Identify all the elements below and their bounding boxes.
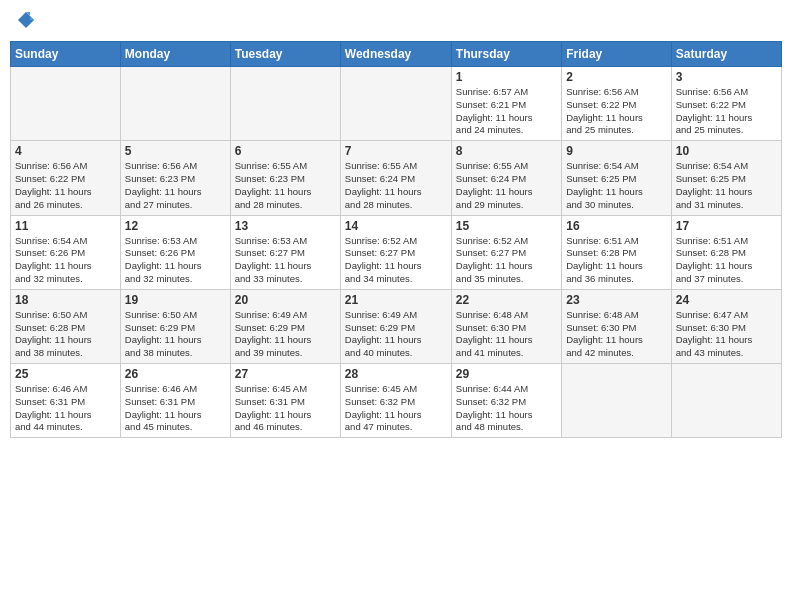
- day-info: Sunrise: 6:55 AM Sunset: 6:23 PM Dayligh…: [235, 160, 336, 211]
- calendar-cell: 16Sunrise: 6:51 AM Sunset: 6:28 PM Dayli…: [562, 215, 671, 289]
- day-number: 9: [566, 144, 666, 158]
- day-info: Sunrise: 6:45 AM Sunset: 6:32 PM Dayligh…: [345, 383, 447, 434]
- day-number: 13: [235, 219, 336, 233]
- calendar-cell: 1Sunrise: 6:57 AM Sunset: 6:21 PM Daylig…: [451, 67, 561, 141]
- day-number: 14: [345, 219, 447, 233]
- weekday-header-tuesday: Tuesday: [230, 42, 340, 67]
- calendar-table: SundayMondayTuesdayWednesdayThursdayFrid…: [10, 41, 782, 438]
- calendar-cell: 20Sunrise: 6:49 AM Sunset: 6:29 PM Dayli…: [230, 289, 340, 363]
- day-info: Sunrise: 6:55 AM Sunset: 6:24 PM Dayligh…: [456, 160, 557, 211]
- calendar-cell: 3Sunrise: 6:56 AM Sunset: 6:22 PM Daylig…: [671, 67, 781, 141]
- day-number: 2: [566, 70, 666, 84]
- calendar-cell: 22Sunrise: 6:48 AM Sunset: 6:30 PM Dayli…: [451, 289, 561, 363]
- calendar-cell: 10Sunrise: 6:54 AM Sunset: 6:25 PM Dayli…: [671, 141, 781, 215]
- weekday-header-saturday: Saturday: [671, 42, 781, 67]
- calendar-header-row: SundayMondayTuesdayWednesdayThursdayFrid…: [11, 42, 782, 67]
- day-number: 8: [456, 144, 557, 158]
- day-info: Sunrise: 6:54 AM Sunset: 6:26 PM Dayligh…: [15, 235, 116, 286]
- day-info: Sunrise: 6:54 AM Sunset: 6:25 PM Dayligh…: [676, 160, 777, 211]
- calendar-cell: 9Sunrise: 6:54 AM Sunset: 6:25 PM Daylig…: [562, 141, 671, 215]
- calendar-cell: [11, 67, 121, 141]
- calendar-cell: 7Sunrise: 6:55 AM Sunset: 6:24 PM Daylig…: [340, 141, 451, 215]
- calendar-cell: 26Sunrise: 6:46 AM Sunset: 6:31 PM Dayli…: [120, 364, 230, 438]
- day-info: Sunrise: 6:55 AM Sunset: 6:24 PM Dayligh…: [345, 160, 447, 211]
- day-info: Sunrise: 6:49 AM Sunset: 6:29 PM Dayligh…: [345, 309, 447, 360]
- day-number: 15: [456, 219, 557, 233]
- calendar-cell: 12Sunrise: 6:53 AM Sunset: 6:26 PM Dayli…: [120, 215, 230, 289]
- calendar-cell: 14Sunrise: 6:52 AM Sunset: 6:27 PM Dayli…: [340, 215, 451, 289]
- day-info: Sunrise: 6:49 AM Sunset: 6:29 PM Dayligh…: [235, 309, 336, 360]
- calendar-cell: 18Sunrise: 6:50 AM Sunset: 6:28 PM Dayli…: [11, 289, 121, 363]
- calendar-cell: 5Sunrise: 6:56 AM Sunset: 6:23 PM Daylig…: [120, 141, 230, 215]
- day-number: 18: [15, 293, 116, 307]
- calendar-cell: 23Sunrise: 6:48 AM Sunset: 6:30 PM Dayli…: [562, 289, 671, 363]
- day-info: Sunrise: 6:45 AM Sunset: 6:31 PM Dayligh…: [235, 383, 336, 434]
- day-info: Sunrise: 6:48 AM Sunset: 6:30 PM Dayligh…: [456, 309, 557, 360]
- day-number: 29: [456, 367, 557, 381]
- day-info: Sunrise: 6:56 AM Sunset: 6:22 PM Dayligh…: [15, 160, 116, 211]
- calendar-cell: 2Sunrise: 6:56 AM Sunset: 6:22 PM Daylig…: [562, 67, 671, 141]
- calendar-cell: 27Sunrise: 6:45 AM Sunset: 6:31 PM Dayli…: [230, 364, 340, 438]
- calendar-cell: 15Sunrise: 6:52 AM Sunset: 6:27 PM Dayli…: [451, 215, 561, 289]
- calendar-week-4: 18Sunrise: 6:50 AM Sunset: 6:28 PM Dayli…: [11, 289, 782, 363]
- day-number: 16: [566, 219, 666, 233]
- day-number: 11: [15, 219, 116, 233]
- day-info: Sunrise: 6:57 AM Sunset: 6:21 PM Dayligh…: [456, 86, 557, 137]
- day-info: Sunrise: 6:56 AM Sunset: 6:22 PM Dayligh…: [676, 86, 777, 137]
- day-info: Sunrise: 6:56 AM Sunset: 6:22 PM Dayligh…: [566, 86, 666, 137]
- day-number: 12: [125, 219, 226, 233]
- day-info: Sunrise: 6:46 AM Sunset: 6:31 PM Dayligh…: [125, 383, 226, 434]
- day-number: 1: [456, 70, 557, 84]
- calendar-cell: 21Sunrise: 6:49 AM Sunset: 6:29 PM Dayli…: [340, 289, 451, 363]
- calendar-cell: 4Sunrise: 6:56 AM Sunset: 6:22 PM Daylig…: [11, 141, 121, 215]
- day-info: Sunrise: 6:52 AM Sunset: 6:27 PM Dayligh…: [345, 235, 447, 286]
- day-number: 4: [15, 144, 116, 158]
- calendar-cell: 11Sunrise: 6:54 AM Sunset: 6:26 PM Dayli…: [11, 215, 121, 289]
- logo-icon: [16, 10, 36, 30]
- day-info: Sunrise: 6:50 AM Sunset: 6:29 PM Dayligh…: [125, 309, 226, 360]
- day-info: Sunrise: 6:51 AM Sunset: 6:28 PM Dayligh…: [676, 235, 777, 286]
- logo: [14, 10, 36, 35]
- day-info: Sunrise: 6:47 AM Sunset: 6:30 PM Dayligh…: [676, 309, 777, 360]
- day-number: 23: [566, 293, 666, 307]
- page-header: [10, 10, 782, 35]
- day-info: Sunrise: 6:48 AM Sunset: 6:30 PM Dayligh…: [566, 309, 666, 360]
- calendar-cell: 28Sunrise: 6:45 AM Sunset: 6:32 PM Dayli…: [340, 364, 451, 438]
- weekday-header-thursday: Thursday: [451, 42, 561, 67]
- calendar-cell: 25Sunrise: 6:46 AM Sunset: 6:31 PM Dayli…: [11, 364, 121, 438]
- calendar-cell: [230, 67, 340, 141]
- calendar-cell: 13Sunrise: 6:53 AM Sunset: 6:27 PM Dayli…: [230, 215, 340, 289]
- day-number: 7: [345, 144, 447, 158]
- day-info: Sunrise: 6:51 AM Sunset: 6:28 PM Dayligh…: [566, 235, 666, 286]
- calendar-cell: 6Sunrise: 6:55 AM Sunset: 6:23 PM Daylig…: [230, 141, 340, 215]
- calendar-week-3: 11Sunrise: 6:54 AM Sunset: 6:26 PM Dayli…: [11, 215, 782, 289]
- weekday-header-monday: Monday: [120, 42, 230, 67]
- day-number: 24: [676, 293, 777, 307]
- calendar-cell: [120, 67, 230, 141]
- day-info: Sunrise: 6:53 AM Sunset: 6:27 PM Dayligh…: [235, 235, 336, 286]
- day-info: Sunrise: 6:50 AM Sunset: 6:28 PM Dayligh…: [15, 309, 116, 360]
- day-number: 19: [125, 293, 226, 307]
- day-number: 10: [676, 144, 777, 158]
- calendar-cell: [671, 364, 781, 438]
- day-number: 22: [456, 293, 557, 307]
- day-number: 20: [235, 293, 336, 307]
- day-info: Sunrise: 6:54 AM Sunset: 6:25 PM Dayligh…: [566, 160, 666, 211]
- calendar-week-1: 1Sunrise: 6:57 AM Sunset: 6:21 PM Daylig…: [11, 67, 782, 141]
- calendar-cell: 8Sunrise: 6:55 AM Sunset: 6:24 PM Daylig…: [451, 141, 561, 215]
- day-number: 17: [676, 219, 777, 233]
- day-info: Sunrise: 6:53 AM Sunset: 6:26 PM Dayligh…: [125, 235, 226, 286]
- weekday-header-friday: Friday: [562, 42, 671, 67]
- day-number: 21: [345, 293, 447, 307]
- day-number: 28: [345, 367, 447, 381]
- calendar-cell: 24Sunrise: 6:47 AM Sunset: 6:30 PM Dayli…: [671, 289, 781, 363]
- day-number: 3: [676, 70, 777, 84]
- day-number: 26: [125, 367, 226, 381]
- day-number: 6: [235, 144, 336, 158]
- weekday-header-sunday: Sunday: [11, 42, 121, 67]
- weekday-header-wednesday: Wednesday: [340, 42, 451, 67]
- day-info: Sunrise: 6:44 AM Sunset: 6:32 PM Dayligh…: [456, 383, 557, 434]
- calendar-week-2: 4Sunrise: 6:56 AM Sunset: 6:22 PM Daylig…: [11, 141, 782, 215]
- calendar-cell: 19Sunrise: 6:50 AM Sunset: 6:29 PM Dayli…: [120, 289, 230, 363]
- day-number: 25: [15, 367, 116, 381]
